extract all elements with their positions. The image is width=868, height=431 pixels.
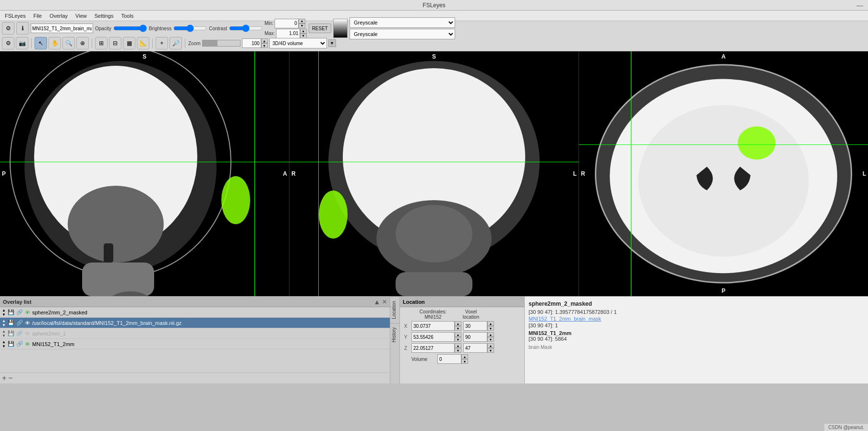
tool-settings-icon[interactable]: ⚙ xyxy=(2,37,14,49)
min-spinbox[interactable]: ▲ ▼ xyxy=(275,19,305,28)
row1-link-icon[interactable]: 🔗 xyxy=(16,320,23,326)
y-coordinate-input[interactable] xyxy=(411,332,455,342)
zoom-slider-track[interactable] xyxy=(202,40,241,47)
vz-input[interactable] xyxy=(463,343,487,353)
brightness-slider-container[interactable] xyxy=(173,25,207,32)
overlay-row-0[interactable]: ▲ ▼ 💾 🔗 👁 sphere2mm_2_masked xyxy=(0,307,390,318)
opacity-slider-container[interactable] xyxy=(113,25,147,32)
row2-save-icon[interactable]: 💾 xyxy=(8,330,14,336)
row2-visible-icon[interactable]: 👁 xyxy=(25,331,30,336)
tool-pan-icon[interactable]: ✋ xyxy=(48,37,61,49)
overlay-remove-btn[interactable]: − xyxy=(8,374,12,383)
volume-up-arrow[interactable]: ▲ xyxy=(461,354,468,359)
vy-spinbox[interactable]: ▲ ▼ xyxy=(463,332,494,342)
opacity-slider[interactable] xyxy=(113,25,147,32)
row0-arrows[interactable]: ▲ ▼ xyxy=(2,308,6,317)
volume-spinbox[interactable]: ▲ ▼ xyxy=(437,354,468,364)
coronal-canvas[interactable]: S R L xyxy=(289,51,579,296)
menu-settings[interactable]: Settings xyxy=(91,12,118,20)
row1-save-icon[interactable]: 💾 xyxy=(8,320,14,326)
z-coordinate-input[interactable] xyxy=(411,343,455,353)
tool-cursor-icon[interactable]: ↖ xyxy=(35,37,47,49)
tool-layout2-icon[interactable]: ⊟ xyxy=(109,37,121,49)
axial-view[interactable]: A P R L xyxy=(579,51,868,296)
z-down-arrow[interactable]: ▼ xyxy=(455,348,461,353)
menu-file[interactable]: File xyxy=(29,12,46,20)
tool-search-icon[interactable]: 🔎 xyxy=(169,37,182,49)
brightness-slider[interactable] xyxy=(173,25,207,32)
zoom-spinbox[interactable]: ▲ ▼ xyxy=(242,38,268,48)
row0-up[interactable]: ▲ xyxy=(2,308,6,312)
vz-spinbox[interactable]: ▲ ▼ xyxy=(463,343,494,353)
row0-visible-icon[interactable]: 👁 xyxy=(25,310,30,315)
zoom-up-arrow[interactable]: ▲ xyxy=(261,38,268,43)
colormap-dropdown1[interactable]: Greyscale xyxy=(350,17,455,28)
max-up-arrow[interactable]: ▲ xyxy=(300,29,307,34)
menu-fsleyes[interactable]: FSLeyes xyxy=(1,12,29,20)
tool-zoom-tool-icon[interactable]: 🔍 xyxy=(62,37,75,49)
vy-down-arrow[interactable]: ▼ xyxy=(487,337,494,342)
z-up-arrow[interactable]: ▲ xyxy=(455,343,461,348)
zoom-value-input[interactable] xyxy=(242,38,261,48)
x-coordinate-spinbox[interactable]: ▲ ▼ xyxy=(411,321,461,331)
colormap-dropdown2[interactable]: Greyscale xyxy=(350,29,455,39)
row3-down[interactable]: ▼ xyxy=(2,344,6,348)
menu-view[interactable]: View xyxy=(72,12,91,20)
row1-visible-icon[interactable]: 👁 xyxy=(25,320,30,326)
tool-measure-icon[interactable]: 📐 xyxy=(137,37,149,49)
y-down-arrow[interactable]: ▼ xyxy=(455,337,461,342)
row3-arrows[interactable]: ▲ ▼ xyxy=(2,340,6,348)
overlay1-link[interactable]: MNI152_T1_2mm_brain_mask xyxy=(529,316,864,322)
contrast-slider-container[interactable] xyxy=(229,25,263,32)
y-up-arrow[interactable]: ▲ xyxy=(455,332,461,337)
tool-layout1-icon[interactable]: ⊞ xyxy=(95,37,108,49)
y-coordinate-spinbox[interactable]: ▲ ▼ xyxy=(411,332,461,342)
settings-icon-btn[interactable]: ⚙ xyxy=(2,22,14,35)
row2-link-icon[interactable]: 🔗 xyxy=(16,330,23,336)
row2-up[interactable]: ▲ xyxy=(2,329,6,334)
vz-down-arrow[interactable]: ▼ xyxy=(487,348,494,353)
vx-input[interactable] xyxy=(463,321,487,331)
vx-up-arrow[interactable]: ▲ xyxy=(487,321,494,326)
menu-tools[interactable]: Tools xyxy=(117,12,137,20)
row3-visible-icon[interactable]: 👁 xyxy=(25,341,30,347)
row3-up[interactable]: ▲ xyxy=(2,340,6,344)
overlay-add-btn[interactable]: + xyxy=(2,374,6,383)
row1-up[interactable]: ▲ xyxy=(2,319,6,323)
tool-crosshair-icon[interactable]: ⊕ xyxy=(76,37,89,49)
row1-down[interactable]: ▼ xyxy=(2,323,6,327)
row3-link-icon[interactable]: 🔗 xyxy=(16,341,23,347)
axial-canvas[interactable]: A P R L xyxy=(579,51,868,296)
info-icon-btn[interactable]: ℹ xyxy=(16,22,29,35)
row0-down[interactable]: ▼ xyxy=(2,312,6,317)
color-bar[interactable] xyxy=(333,19,348,38)
volume-type-dropdown[interactable]: 3D/4D volume xyxy=(269,38,327,48)
row0-save-icon[interactable]: 💾 xyxy=(8,309,14,315)
vx-down-arrow[interactable]: ▼ xyxy=(487,326,494,331)
overlay-list-up[interactable]: ▲ xyxy=(374,298,380,306)
x-down-arrow[interactable]: ▼ xyxy=(455,326,461,331)
max-value-input[interactable] xyxy=(276,29,300,38)
tool-add-icon[interactable]: + xyxy=(156,37,168,49)
volume-down-arrow[interactable]: ▼ xyxy=(461,359,468,364)
row2-down[interactable]: ▼ xyxy=(2,334,6,338)
row3-save-icon[interactable]: 💾 xyxy=(8,341,14,347)
row1-arrows[interactable]: ▲ ▼ xyxy=(2,319,6,327)
close-button[interactable]: — xyxy=(856,1,863,9)
overlay-close-btn[interactable]: ✕ xyxy=(382,299,387,305)
overlay-name-input[interactable] xyxy=(31,24,93,33)
tool-camera-icon[interactable]: 📷 xyxy=(16,37,28,49)
row0-link-icon[interactable]: 🔗 xyxy=(16,309,23,315)
history-tab[interactable]: History xyxy=(390,323,399,346)
reset-button[interactable]: RESET xyxy=(309,24,331,33)
volume-type-arrow[interactable]: ▼ xyxy=(328,39,336,47)
max-down-arrow[interactable]: ▼ xyxy=(300,34,307,38)
tool-layout3-icon[interactable]: ▦ xyxy=(123,37,135,49)
volume-input[interactable] xyxy=(437,354,461,364)
vy-input[interactable] xyxy=(463,332,487,342)
min-up-arrow[interactable]: ▲ xyxy=(299,19,305,24)
location-tab[interactable]: Location xyxy=(390,297,399,323)
zoom-down-arrow[interactable]: ▼ xyxy=(261,43,268,48)
overlay-row-3[interactable]: ▲ ▼ 💾 🔗 👁 MNI152_T1_2mm xyxy=(0,339,390,349)
overlay-row-2[interactable]: ▲ ▼ 💾 🔗 👁 sphere2mm_1 xyxy=(0,328,390,339)
